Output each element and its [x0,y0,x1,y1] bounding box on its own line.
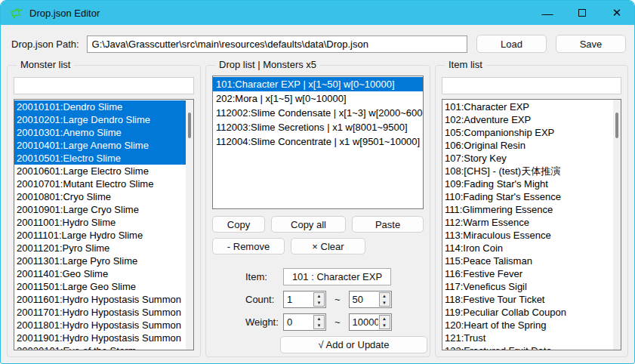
count-max-stepper[interactable]: 50 ▲ ▼ [349,291,392,308]
monster-list-item[interactable]: 20010701:Mutant Electro Slime [14,177,186,190]
minimize-icon: — [542,7,553,20]
monster-list-group: Monster list 20010101:Dendro Slime200102… [7,65,201,357]
panels: Monster list 20010101:Dendro Slime200102… [1,55,634,363]
drop-list-item[interactable]: 101:Character EXP | x[1~50] w[0~10000] [213,77,423,91]
item-list-item[interactable]: 108:[CHS] - (test)天体推演 [442,165,613,177]
item-listbox: 101:Character EXP102:Adventure EXP105:Co… [442,99,621,350]
stepper-buttons: ▲ ▼ [313,315,325,329]
monster-list-item[interactable]: 20010901:Large Cryo Slime [14,203,186,216]
window-title: Drop.json Editor [29,8,100,19]
spin-down-icon[interactable]: ▼ [314,322,324,329]
item-list-item[interactable]: 121:Trust [442,332,613,344]
monster-list-item[interactable]: 20010101:Dendro Slime [14,100,186,113]
item-list-item[interactable]: 101:Character EXP [442,100,613,113]
monster-list-item[interactable]: 20011901:Hydro Hypostasis Summon [14,332,186,344]
spin-up-icon[interactable]: ▲ [380,316,390,322]
monster-list-item[interactable]: 20011101:Large Hydro Slime [14,229,186,242]
maximize-icon [578,9,586,17]
path-input[interactable] [87,35,467,53]
monster-list-item[interactable]: 20020101:Eye of the Storm [14,344,186,350]
item-list-item[interactable]: 114:Iron Coin [442,242,613,254]
copy-all-button[interactable]: Copy all [271,216,346,233]
item-list-item[interactable]: 102:Adventure EXP [442,113,613,126]
item-list-item[interactable]: 120:Heart of the Spring [442,319,613,332]
spin-down-icon[interactable]: ▼ [380,300,390,307]
item-list-item[interactable]: 112:Warm Essence [442,216,613,229]
paste-button[interactable]: Paste [352,216,424,233]
spin-up-icon[interactable]: ▲ [380,293,390,300]
monster-list-item[interactable]: 20011301:Large Pyro Slime [14,254,186,267]
item-list: 101:Character EXP102:Adventure EXP105:Co… [442,100,613,350]
spin-up-icon[interactable]: ▲ [314,293,324,300]
monster-list: 20010101:Dendro Slime20010201:Large Dend… [14,100,186,350]
item-list-item[interactable]: 106:Original Resin [442,139,613,152]
stepper-buttons: ▲ ▼ [379,292,390,307]
close-button[interactable]: ✕ [600,1,634,25]
item-list-item[interactable]: 119:Peculiar Collab Coupon [442,306,613,319]
monster-list-item[interactable]: 20011601:Hydro Hypostasis Summon [14,293,186,306]
remove-button[interactable]: - Remove [212,238,285,254]
item-list-item[interactable]: 107:Story Key [442,152,613,165]
count-min-stepper[interactable]: 1 ▲ ▼ [283,291,326,308]
titlebar: Drop.json Editor — ✕ [1,1,634,25]
minimize-button[interactable]: — [530,1,565,25]
monster-search-input[interactable] [14,77,194,94]
drop-entry-form: Item: 101 : Character EXP Count: 1 ▲ ▼ ~ [212,268,424,353]
drop-list-item[interactable]: 112002:Slime Condensate | x[1~3] w[2000~… [213,106,423,120]
monster-list-item[interactable]: 20010501:Electro Slime [14,152,186,165]
monster-list-item[interactable]: 20010601:Large Electro Slime [14,165,186,177]
monster-list-item[interactable]: 20010201:Large Dendro Slime [14,113,186,126]
monster-list-item[interactable]: 20010801:Cryo Slime [14,190,186,203]
monster-list-item[interactable]: 20011501:Large Geo Slime [14,280,186,293]
save-button[interactable]: Save [556,35,626,53]
weight-min-value: 0 [284,314,313,330]
copy-button[interactable]: Copy [212,216,265,233]
clear-button[interactable]: × Clear [291,238,365,254]
monster-list-item[interactable]: 20011001:Hydro Slime [14,216,186,229]
item-list-item[interactable]: 109:Fading Star's Might [442,177,613,190]
monster-list-item[interactable]: 20011701:Hydro Hypostasis Summon [14,306,186,319]
item-list-group: Item list 101:Character EXP102:Adventure… [435,65,628,357]
scrollbar-thumb[interactable] [615,113,618,138]
item-list-item[interactable]: 111:Glimmering Essence [442,203,613,216]
item-list-item[interactable]: 110:Fading Star's Essence [442,190,613,203]
item-label: Item: [245,271,283,282]
item-list-item[interactable]: 118:Festive Tour Ticket [442,293,613,306]
maximize-button[interactable] [565,1,600,25]
stepper-buttons: ▲ ▼ [313,292,325,307]
item-list-item[interactable]: 113:Miraculous Essence [442,229,613,242]
monster-list-item[interactable]: 20010401:Large Anemo Slime [14,139,186,152]
drop-list-item[interactable]: 112003:Slime Secretions | x1 w[8001~9500… [213,120,423,134]
item-search-input[interactable] [442,77,621,94]
count-max-value: 50 [350,292,378,307]
count-min-value: 1 [284,292,313,307]
monster-list-title: Monster list [17,59,74,70]
item-list-item[interactable]: 117:Veneficus Sigil [442,280,613,293]
spin-down-icon[interactable]: ▼ [314,300,324,307]
drop-list-item[interactable]: 112004:Slime Concentrate | x1 w[9501~100… [213,134,423,149]
close-icon: ✕ [612,6,622,20]
spin-up-icon[interactable]: ▲ [314,316,324,322]
scrollbar-thumb[interactable] [188,113,191,138]
item-list-item[interactable]: 116:Festive Fever [442,267,613,280]
item-list-scrollbar[interactable] [613,100,621,350]
spin-down-icon[interactable]: ▼ [380,322,390,329]
weight-max-stepper[interactable]: 10000 ▲ ▼ [349,313,392,331]
item-list-item[interactable]: 122:Fractured Fruit Data [442,344,613,350]
drop-list: 101:Character EXP | x[1~50] w[0~10000]20… [213,76,423,208]
monster-list-item[interactable]: 20011801:Hydro Hypostasis Summon [14,319,186,332]
weight-min-stepper[interactable]: 0 ▲ ▼ [283,313,326,331]
monster-list-scrollbar[interactable] [186,100,193,350]
item-list-item[interactable]: 105:Companionship EXP [442,126,613,139]
add-or-update-button[interactable]: √ Add or Update [280,336,427,353]
load-button[interactable]: Load [476,35,547,53]
monster-list-item[interactable]: 20010301:Anemo Slime [14,126,186,139]
item-row: Item: 101 : Character EXP [245,268,424,285]
clipboard-button-row: Copy Copy all Paste [212,216,424,233]
monster-list-item[interactable]: 20011401:Geo Slime [14,267,186,280]
monster-list-item[interactable]: 20011201:Pyro Slime [14,242,186,254]
drop-list-item[interactable]: 202:Mora | x[1~5] w[0~10000] [213,91,423,106]
item-field[interactable]: 101 : Character EXP [283,268,391,285]
item-list-title: Item list [445,59,486,70]
item-list-item[interactable]: 115:Peace Talisman [442,254,613,267]
